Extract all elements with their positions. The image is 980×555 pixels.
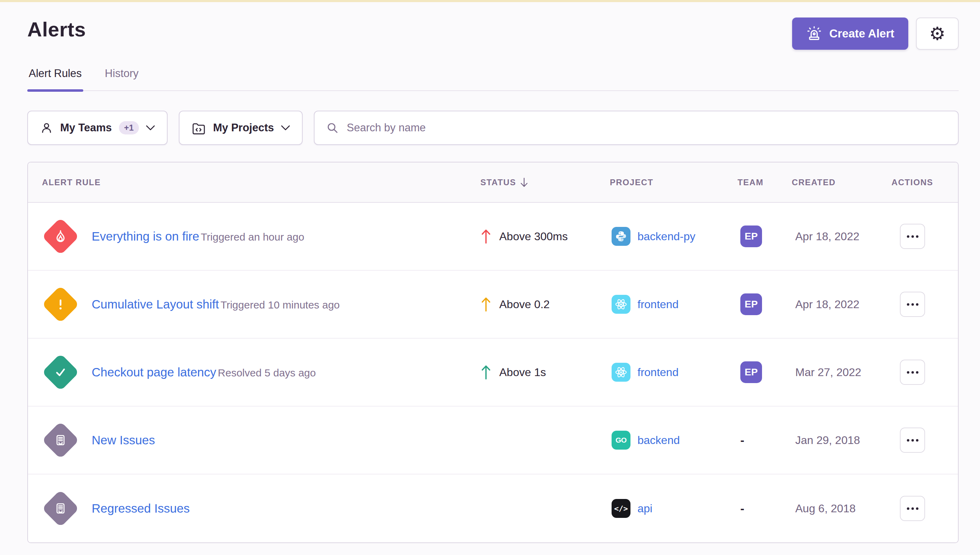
alert-rule-link[interactable]: Cumulative Layout shift — [92, 297, 219, 311]
created-date: Mar 27, 2022 — [792, 366, 892, 379]
column-header-created: Created — [792, 178, 892, 187]
alert-rule-subtitle: Resolved 5 days ago — [218, 367, 316, 379]
project-cell: GO </> backend-py — [610, 227, 737, 246]
status-cell: Above 1s — [480, 364, 610, 380]
project-link[interactable]: api — [638, 502, 652, 515]
alert-type-icon — [42, 354, 79, 391]
table-row: Regressed Issues GO </> api - A — [28, 475, 958, 542]
status-cell: Above 300ms — [480, 228, 610, 244]
tab-bar: Alert Rules History — [27, 67, 959, 91]
table-row: New Issues GO </> backend - Jan — [28, 407, 958, 475]
column-header-project: Project — [610, 178, 737, 187]
search-icon — [326, 121, 339, 135]
column-header-status[interactable]: Status — [480, 177, 610, 188]
react-icon — [614, 297, 628, 311]
actions-cell — [892, 428, 944, 453]
issues-icon — [54, 501, 67, 515]
teams-filter-label: My Teams — [60, 122, 112, 134]
created-date: Apr 18, 2022 — [792, 230, 892, 243]
project-link[interactable]: backend-py — [638, 230, 695, 243]
chevron-down-icon — [281, 125, 290, 131]
alert-settings-button[interactable]: ⚙ — [916, 18, 959, 50]
status-up-arrow-icon — [480, 364, 492, 380]
chevron-down-icon — [146, 125, 155, 131]
project-link[interactable]: frontend — [638, 366, 678, 379]
top-accent-strip — [0, 0, 980, 2]
siren-icon — [806, 26, 822, 42]
teams-count-badge: +1 — [119, 121, 139, 135]
alert-rule-cell: New Issues — [42, 422, 480, 459]
alert-type-icon — [42, 490, 79, 527]
project-link[interactable]: backend — [638, 434, 680, 447]
alert-rule-link[interactable]: New Issues — [92, 433, 155, 447]
tab-history[interactable]: History — [104, 67, 140, 90]
actions-cell — [892, 292, 944, 317]
project-platform-icon: GO </> — [612, 363, 630, 382]
tab-alert-rules[interactable]: Alert Rules — [27, 67, 83, 90]
alert-rule-cell: Cumulative Layout shift Triggered 10 min… — [42, 286, 480, 323]
project-cell: GO </> backend — [610, 431, 737, 449]
alert-rule-cell: Everything is on fire Triggered an hour … — [42, 218, 480, 255]
flame-icon — [53, 229, 68, 244]
project-platform-icon: GO </> — [612, 295, 630, 314]
project-platform-icon: GO </> — [612, 431, 630, 449]
project-cell: GO </> frontend — [610, 363, 737, 382]
team-badge: - — [740, 433, 792, 447]
alert-rule-link[interactable]: Everything is on fire — [92, 229, 199, 243]
row-actions-button[interactable] — [900, 224, 925, 249]
alert-rules-table: Alert Rule Status Project Team Created A… — [27, 162, 959, 543]
table-row: Cumulative Layout shift Triggered 10 min… — [28, 271, 958, 338]
projects-filter-dropdown[interactable]: My Projects — [179, 111, 303, 145]
alert-rule-subtitle: Triggered an hour ago — [201, 231, 304, 243]
team-badge: EP — [740, 361, 762, 383]
column-header-team: Team — [737, 178, 792, 187]
go-icon: GO — [615, 436, 627, 444]
react-icon — [614, 365, 628, 379]
alert-type-icon — [42, 422, 79, 459]
team-cell: - — [737, 433, 792, 447]
table-row: Everything is on fire Triggered an hour … — [28, 203, 958, 271]
alert-rule-link[interactable]: Checkout page latency — [92, 365, 216, 379]
row-actions-button[interactable] — [900, 428, 925, 453]
created-date: Aug 6, 2018 — [792, 502, 892, 515]
status-text: Above 1s — [499, 366, 546, 379]
row-actions-button[interactable] — [900, 496, 925, 521]
project-folder-icon — [191, 121, 206, 135]
team-cell: EP — [737, 294, 792, 315]
code-icon: </> — [614, 504, 628, 513]
projects-filter-label: My Projects — [213, 122, 274, 134]
check-icon — [53, 364, 68, 380]
project-link[interactable]: frontend — [638, 298, 678, 311]
status-up-arrow-icon — [480, 296, 492, 312]
status-text: Above 300ms — [499, 230, 568, 243]
filter-bar: My Teams +1 My Projects — [27, 111, 959, 145]
page-title: Alerts — [27, 18, 86, 41]
team-badge: EP — [740, 226, 762, 247]
project-cell: GO </> api — [610, 499, 737, 518]
create-alert-button[interactable]: Create Alert — [792, 18, 908, 50]
sort-desc-icon — [520, 177, 529, 188]
alert-rule-cell: Checkout page latency Resolved 5 days ag… — [42, 354, 480, 391]
created-date: Apr 18, 2022 — [792, 298, 892, 311]
actions-cell — [892, 359, 944, 385]
teams-filter-dropdown[interactable]: My Teams +1 — [27, 111, 168, 145]
row-actions-button[interactable] — [900, 292, 925, 317]
status-text: Above 0.2 — [499, 298, 550, 311]
python-icon — [614, 230, 628, 243]
status-up-arrow-icon — [480, 228, 492, 244]
alert-rule-link[interactable]: Regressed Issues — [92, 501, 190, 515]
search-input[interactable] — [347, 122, 947, 134]
issues-icon — [54, 433, 67, 447]
team-badge: EP — [740, 294, 762, 315]
status-cell: Above 0.2 — [480, 296, 610, 312]
actions-cell — [892, 224, 944, 249]
created-date: Jan 29, 2018 — [792, 434, 892, 447]
row-actions-button[interactable] — [900, 359, 925, 385]
page-header: Alerts Create Alert ⚙ — [27, 18, 959, 50]
project-platform-icon: GO </> — [612, 499, 630, 518]
project-platform-icon: GO </> — [612, 227, 630, 246]
alert-rule-subtitle: Triggered 10 minutes ago — [221, 299, 340, 311]
warning-icon — [53, 297, 68, 312]
team-cell: - — [737, 502, 792, 515]
team-cell: EP — [737, 226, 792, 247]
